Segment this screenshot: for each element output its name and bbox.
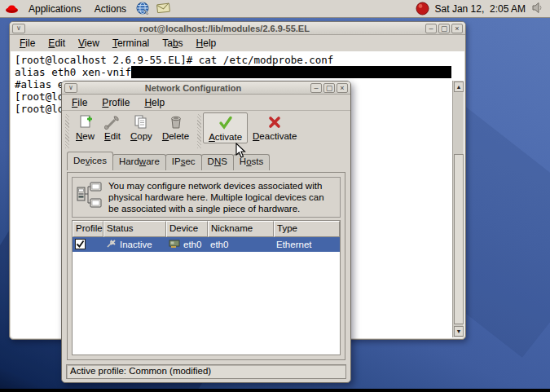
nic-icon <box>169 240 180 250</box>
edit-button[interactable]: Edit <box>99 112 125 142</box>
minimize-button[interactable]: – <box>425 24 437 33</box>
new-button[interactable]: New <box>71 112 99 142</box>
terminal-titlebar[interactable]: ∨ root@localhost:/lib/modules/2.6.9-55.E… <box>10 22 465 35</box>
close-button[interactable]: × <box>337 83 348 93</box>
wrench-icon <box>104 114 121 131</box>
window-shade-icon[interactable]: ∨ <box>64 83 77 93</box>
netconf-titlebar[interactable]: ∨ Network Configuration – ▢ × <box>62 81 350 95</box>
checkbox-checked-icon[interactable] <box>75 239 86 251</box>
table-header: Profile Status Device Nickname Type <box>73 221 340 237</box>
terminal-menubar: File Edit View Terminal Tabs Help <box>10 35 465 51</box>
web-browser-icon[interactable] <box>136 2 150 15</box>
nickname-cell: eth0 <box>208 240 274 249</box>
menu-terminal[interactable]: Terminal <box>108 37 154 50</box>
copy-icon <box>133 114 149 131</box>
menu-profile[interactable]: Profile <box>97 96 134 109</box>
activate-button[interactable]: Activate <box>203 112 248 143</box>
tab-ipsec[interactable]: IPsec <box>165 154 202 170</box>
column-header-type[interactable]: Type <box>274 221 340 237</box>
top-panel: Applications Actions Sat Jan 12, 2:05 AM <box>0 0 550 18</box>
netconf-menubar: File Profile Help <box>62 95 350 111</box>
terminal-line: alias eth0 xen-vnif <box>15 66 451 78</box>
maximize-button[interactable]: ▢ <box>438 24 450 33</box>
copy-label: Copy <box>130 131 152 141</box>
redhat-menu-icon[interactable] <box>5 2 19 15</box>
copy-button[interactable]: Copy <box>125 112 157 142</box>
tab-devices[interactable]: Devices <box>67 152 113 170</box>
mouse-cursor <box>235 143 246 162</box>
terminal-selection <box>131 66 451 78</box>
toolbar-drag-handle[interactable] <box>197 114 201 148</box>
menu-file[interactable]: File <box>15 37 40 50</box>
trash-icon <box>168 114 184 131</box>
delete-label: Delete <box>162 131 189 141</box>
menu-view[interactable]: View <box>73 37 104 50</box>
new-icon <box>77 114 94 131</box>
delete-button[interactable]: Delete <box>157 112 194 142</box>
alert-notification-icon[interactable] <box>416 2 429 15</box>
inactive-status-icon <box>106 239 117 250</box>
netconf-tabs: Devices Hardware IPsec DNS Hosts <box>62 152 350 170</box>
maximize-button[interactable]: ▢ <box>323 83 335 93</box>
scroll-down-icon[interactable]: ▼ <box>454 326 464 337</box>
minimize-button[interactable]: – <box>310 83 322 93</box>
menu-edit[interactable]: Edit <box>43 37 70 50</box>
close-button[interactable]: × <box>451 24 463 33</box>
menu-help[interactable]: Help <box>139 96 169 109</box>
column-header-device[interactable]: Device <box>166 221 208 237</box>
status-cell: Inactive <box>103 239 166 250</box>
scrollbar-thumb[interactable] <box>454 154 464 324</box>
profile-cell[interactable] <box>73 239 103 251</box>
deactivate-label: Deactivate <box>253 131 297 141</box>
device-cell: eth0 <box>166 240 208 250</box>
terminal-title: root@localhost:/lib/modules/2.6.9-55.EL <box>25 24 424 33</box>
tab-dns[interactable]: DNS <box>201 154 234 170</box>
deactivate-button[interactable]: Deactivate <box>248 112 301 142</box>
clock[interactable]: Sat Jan 12, 2:05 AM <box>435 3 526 15</box>
netconf-title: Network Configuration <box>77 83 309 93</box>
menu-help[interactable]: Help <box>191 37 222 50</box>
actions-menu[interactable]: Actions <box>91 2 130 16</box>
menu-tabs[interactable]: Tabs <box>157 37 187 50</box>
devices-table: Profile Status Device Nickname Type Inac… <box>72 220 341 355</box>
new-label: New <box>76 131 95 141</box>
edit-label: Edit <box>104 131 121 141</box>
status-bar: Active profile: Common (modified) <box>66 364 346 379</box>
activate-label: Activate <box>209 132 242 142</box>
column-header-nickname[interactable]: Nickname <box>208 221 274 237</box>
check-icon <box>218 115 234 132</box>
scroll-up-icon[interactable]: ▲ <box>454 81 464 92</box>
network-configuration-window: ∨ Network Configuration – ▢ × File Profi… <box>61 81 351 383</box>
info-text: You may configure network devices associ… <box>108 180 337 214</box>
terminal-scrollbar[interactable]: ▲ ▼ <box>452 81 464 337</box>
desktop: Applications Actions Sat Jan 12, 2:05 AM… <box>0 0 550 392</box>
screen-bottom-edge <box>0 389 550 392</box>
table-row[interactable]: Inactive eth0 eth0 Ethernet <box>73 237 340 252</box>
network-devices-icon <box>76 179 103 215</box>
devices-tab-panel: You may configure network devices associ… <box>67 172 345 360</box>
toolbar-drag-handle[interactable] <box>65 114 69 148</box>
info-box: You may configure network devices associ… <box>72 177 341 218</box>
column-header-profile[interactable]: Profile <box>73 221 103 237</box>
x-icon <box>266 114 283 131</box>
netconf-toolbar: New Edit Copy Delete Activate Deactiva <box>62 111 350 152</box>
window-shade-icon[interactable]: ∨ <box>12 24 25 33</box>
menu-file[interactable]: File <box>67 96 92 109</box>
column-header-status[interactable]: Status <box>103 221 166 237</box>
terminal-line: [root@localhost 2.6.9-55.EL]# cat /etc/m… <box>15 54 451 66</box>
tab-hardware[interactable]: Hardware <box>112 154 166 170</box>
type-cell: Ethernet <box>274 240 340 249</box>
email-icon[interactable] <box>156 2 170 15</box>
applications-menu[interactable]: Applications <box>25 2 85 16</box>
volume-icon[interactable] <box>531 2 545 15</box>
